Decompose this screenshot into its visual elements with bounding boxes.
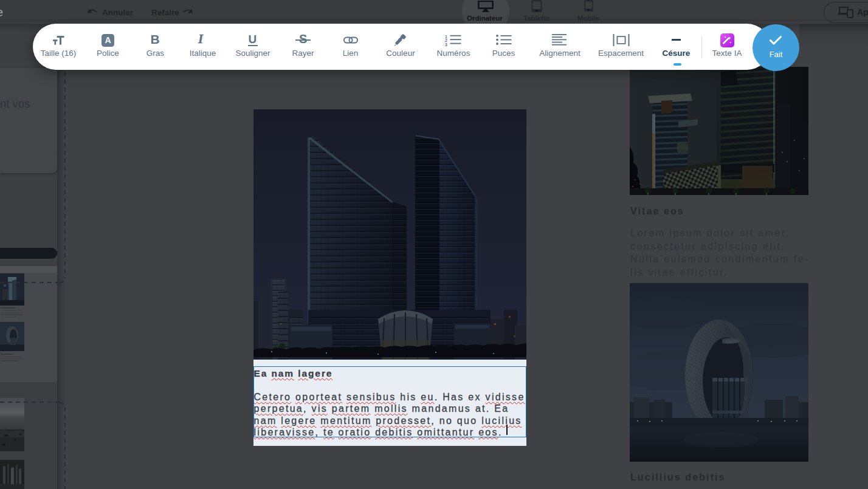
svg-text:3: 3: [445, 43, 447, 47]
